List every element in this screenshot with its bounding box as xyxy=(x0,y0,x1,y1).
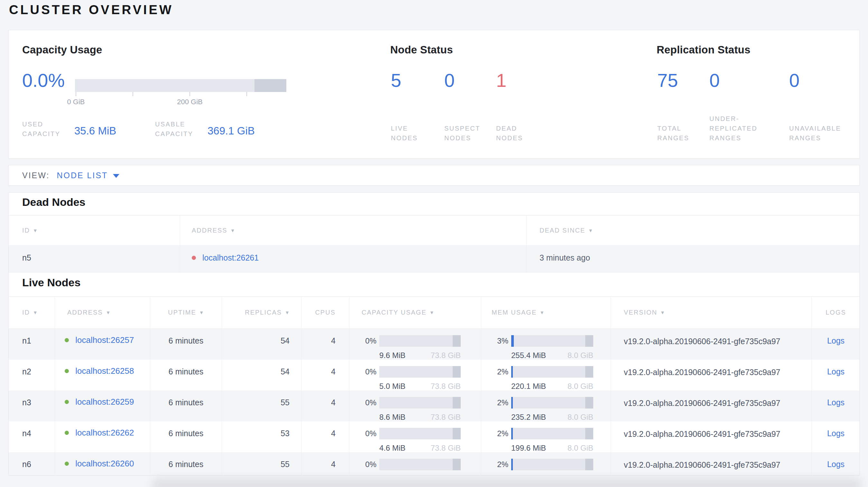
sort-arrow-icon: ▼ xyxy=(285,310,289,315)
replicas-cell: 55 xyxy=(222,390,302,422)
column-header-uptime[interactable]: UPTIME ▼ xyxy=(150,297,222,328)
mem-usage-cell: 2% 220.1 MiB 8.0 GiB xyxy=(481,360,611,391)
capacity-total-value: 73.8 GiB xyxy=(431,351,461,360)
cpus-cell: 4 xyxy=(302,390,349,422)
node-address-link[interactable]: localhost:26262 xyxy=(75,428,134,437)
live-nodes-table: ID ▼ ADDRESS ▼ UPTIME ▼ REPLICAS ▼ CPUS … xyxy=(9,296,860,476)
capacity-used-value: 5.0 MiB xyxy=(379,382,405,391)
uptime-cell: 6 minutes xyxy=(150,329,222,360)
axis-label-zero: 0 GiB xyxy=(53,98,98,106)
capacity-used-value: 7.8 MiB xyxy=(379,474,405,476)
bottom-scroll-shadow xyxy=(151,478,862,487)
mem-usage-cell: 2% 199.6 MiB 8.0 GiB xyxy=(481,421,611,453)
live-node-row: n4 localhost:26262 6 minutes 53 4 0% xyxy=(9,421,860,452)
logs-cell: Logs xyxy=(812,360,860,391)
node-address-link[interactable]: localhost:26259 xyxy=(75,397,134,407)
version-cell: v19.2.0-alpha.20190606-2491-gfe735c9a97 xyxy=(611,329,812,360)
mem-total-value: 8.0 GiB xyxy=(567,412,593,422)
column-header-version[interactable]: VERSION ▼ xyxy=(611,297,812,328)
capacity-total-value: 73.8 GiB xyxy=(431,382,461,391)
mem-total-value: 8.0 GiB xyxy=(567,443,593,453)
uptime-cell: 6 minutes xyxy=(150,421,222,453)
node-id-cell: n3 xyxy=(9,390,55,422)
capacity-meter xyxy=(379,428,461,440)
node-address-link[interactable]: localhost:26258 xyxy=(75,366,134,376)
axis-tick xyxy=(189,92,190,96)
logs-link[interactable]: Logs xyxy=(827,367,844,376)
capacity-usage-section: Capacity Usage 0.0% 0 GiB 200 GiB USED C… xyxy=(22,44,376,145)
capacity-total-value: 73.8 GiB xyxy=(431,474,461,476)
live-status-dot-icon xyxy=(65,400,69,404)
capacity-meter-other-segment xyxy=(453,366,461,378)
column-header-replicas[interactable]: REPLICAS ▼ xyxy=(222,297,302,328)
logs-link[interactable]: Logs xyxy=(827,336,844,345)
mem-meter-other-segment xyxy=(585,335,594,347)
column-header-id[interactable]: ID ▼ xyxy=(9,297,55,328)
live-status-dot-icon xyxy=(65,431,69,435)
live-nodes-table-header: ID ▼ ADDRESS ▼ UPTIME ▼ REPLICAS ▼ CPUS … xyxy=(9,297,860,329)
column-header-id[interactable]: ID ▼ xyxy=(9,216,180,245)
dead-nodes-count: 1 xyxy=(496,70,560,90)
axis-tick xyxy=(246,92,247,96)
dead-status-dot-icon xyxy=(192,256,196,260)
capacity-percent: 0% xyxy=(362,460,376,469)
mem-percent: 2% xyxy=(492,429,508,439)
mem-meter-other-segment xyxy=(585,428,594,440)
mem-meter-fill xyxy=(511,428,513,440)
mem-usage-cell: 2% 235.2 MiB 8.0 GiB xyxy=(481,390,611,422)
capacity-used-value: 9.6 MiB xyxy=(379,351,405,360)
logs-link[interactable]: Logs xyxy=(827,460,844,469)
mem-usage-cell: 2% 225.5 MiB 8.0 GiB xyxy=(481,452,611,476)
version-cell: v19.2.0-alpha.20190606-2491-gfe735c9a97 xyxy=(611,452,812,476)
logs-link[interactable]: Logs xyxy=(827,398,844,407)
node-address-cell: localhost:26261 xyxy=(180,245,527,272)
node-address-cell: localhost:26258 xyxy=(55,360,150,391)
column-header-address[interactable]: ADDRESS ▼ xyxy=(180,216,527,245)
node-address-cell: localhost:26262 xyxy=(55,421,150,453)
mem-meter-fill xyxy=(511,366,513,378)
dead-nodes-title: Dead Nodes xyxy=(22,196,86,208)
version-cell: v19.2.0-alpha.20190606-2491-gfe735c9a97 xyxy=(611,421,812,453)
node-address-cell: localhost:26260 xyxy=(55,452,150,476)
under-replicated-ranges-count: 0 xyxy=(709,70,789,90)
column-header-mem-usage[interactable]: MEM USAGE ▼ xyxy=(481,297,611,328)
mem-used-value: 235.2 MiB xyxy=(511,412,546,422)
mem-meter xyxy=(511,335,593,347)
page-title: CLUSTER OVERVIEW xyxy=(9,3,174,17)
under-replicated-ranges-label: UNDER-REPLICATED RANGES xyxy=(709,114,771,143)
dead-node-row: n5 localhost:26261 3 minutes ago xyxy=(9,245,860,272)
axis-label-200: 200 GiB xyxy=(167,98,212,106)
column-header-capacity-usage[interactable]: CAPACITY USAGE ▼ xyxy=(349,297,481,328)
mem-meter xyxy=(511,366,593,378)
replication-status-title: Replication Status xyxy=(657,44,856,56)
node-id-cell: n6 xyxy=(9,452,55,476)
mem-percent: 2% xyxy=(492,367,508,377)
view-selector[interactable]: NODE LIST xyxy=(57,171,108,180)
mem-used-value: 225.5 MiB xyxy=(511,474,546,476)
capacity-percent: 0% xyxy=(362,336,376,346)
replicas-cell: 54 xyxy=(222,329,302,360)
usable-capacity-value: 369.1 GiB xyxy=(208,125,255,137)
cpus-cell: 4 xyxy=(302,329,349,360)
node-address-cell: localhost:26259 xyxy=(55,390,150,422)
capacity-meter xyxy=(379,459,461,470)
chevron-down-icon[interactable] xyxy=(113,174,119,178)
capacity-total-value: 73.8 GiB xyxy=(431,443,461,453)
mem-used-value: 220.1 MiB xyxy=(511,382,546,391)
mem-percent: 2% xyxy=(492,398,508,408)
capacity-meter xyxy=(379,397,461,409)
live-status-dot-icon xyxy=(65,369,69,373)
node-address-link[interactable]: localhost:26257 xyxy=(75,335,134,345)
replicas-cell: 55 xyxy=(222,452,302,476)
capacity-usage-cell: 0% 9.6 MiB 73.8 GiB xyxy=(349,329,481,360)
capacity-usage-bar xyxy=(75,79,286,92)
live-node-row: n3 localhost:26259 6 minutes 55 4 0% xyxy=(9,390,860,421)
logs-link[interactable]: Logs xyxy=(827,429,844,438)
node-address-link[interactable]: localhost:26260 xyxy=(75,459,134,468)
node-address-link[interactable]: localhost:26261 xyxy=(203,253,259,262)
column-header-address[interactable]: ADDRESS ▼ xyxy=(55,297,150,328)
column-header-dead-since[interactable]: DEAD SINCE ▼ xyxy=(527,216,860,245)
live-node-row: n6 localhost:26260 6 minutes 55 4 0% xyxy=(9,452,860,476)
total-ranges-label: TOTAL RANGES xyxy=(657,124,699,143)
node-id-cell: n4 xyxy=(9,421,55,453)
